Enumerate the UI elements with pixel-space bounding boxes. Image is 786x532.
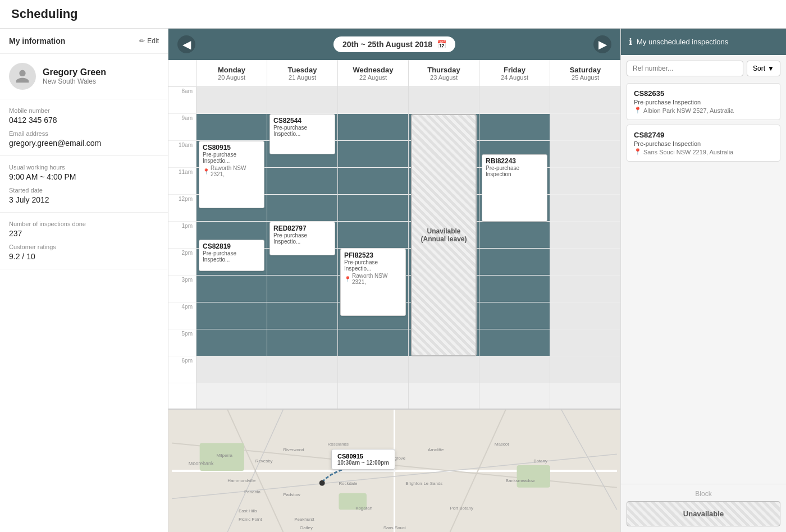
started-label: Started date	[9, 187, 159, 194]
event-location-pfi82523: 📍 Raworth NSW 2321,	[344, 273, 402, 285]
day-column-monday: CS80915 Pre-purchase Inspectio... 📍 Rawo…	[196, 87, 267, 409]
day-header-tuesday: Tuesday 21 August	[267, 60, 338, 86]
time-5pm: 5pm	[168, 329, 196, 356]
inspections-label: Number of inspections done	[9, 221, 159, 227]
day-column-tuesday: CS82544 Pre-purchase Inspectio... RED827…	[267, 87, 338, 409]
event-type-red82797: Pre-purchase Inspectio...	[273, 232, 331, 245]
map-tooltip-id: CS80915	[337, 453, 389, 460]
svg-text:East Hills: East Hills	[239, 508, 257, 513]
day-header-monday: Monday 20 August	[196, 60, 267, 86]
svg-text:Banksmeadow: Banksmeadow	[506, 478, 535, 483]
svg-text:Kogarah: Kogarah	[355, 506, 372, 511]
day-date-saturday: 25 August	[552, 74, 618, 81]
card-id-cs82749: CS82749	[634, 131, 773, 139]
avatar	[9, 63, 36, 90]
prev-week-button[interactable]: ◀	[177, 35, 195, 53]
inspections-value: 237	[9, 229, 159, 238]
days-grid: CS80915 Pre-purchase Inspectio... 📍 Rawo…	[196, 87, 620, 409]
location-icon-2: 📍	[344, 276, 351, 282]
hours-label: Usual working hours	[9, 164, 159, 171]
svg-text:Picnic Point: Picnic Point	[239, 517, 262, 522]
day-date-thursday: 23 August	[411, 74, 477, 81]
next-week-button[interactable]: ▶	[593, 35, 611, 53]
event-location-cs80915: 📍 Raworth NSW 2321,	[203, 165, 261, 177]
right-panel-search: Sort ▼	[621, 55, 786, 80]
sidebar: My information ✏ Edit Gregory Green New …	[0, 29, 168, 532]
email-label: Email address	[9, 130, 159, 137]
time-gutter-header	[168, 60, 196, 86]
event-cs82544[interactable]: CS82544 Pre-purchase Inspectio...	[269, 114, 335, 154]
hours-value: 9:00 AM ~ 4:00 PM	[9, 172, 159, 181]
day-name-monday: Monday	[199, 66, 264, 74]
day-column-saturday	[550, 87, 620, 409]
right-panel: ℹ My unscheduled inspections Sort ▼ CS82…	[620, 29, 786, 532]
hours-section: Usual working hours 9:00 AM ~ 4:00 PM St…	[0, 156, 168, 213]
started-value: 3 July 2012	[9, 195, 159, 204]
unscheduled-card-cs82749[interactable]: CS82749 Pre-purchase Inspection 📍 Sans S…	[627, 125, 780, 162]
calendar-area: ◀ 20th ~ 25th August 2018 📅 ▶ Monday 20 …	[168, 29, 620, 532]
time-11am: 11am	[168, 168, 196, 195]
day-column-wednesday: PFI82523 Pre-purchase Inspectio... 📍 Raw…	[338, 87, 409, 409]
event-id-cs80915: CS80915	[203, 144, 261, 152]
time-2pm: 2pm	[168, 249, 196, 276]
event-type-pfi82523: Pre-purchase Inspectio...	[344, 259, 402, 272]
card-location-cs82749: 📍 Sans Souci NSW 2219, Australia	[634, 148, 773, 155]
svg-text:Arncliffe: Arncliffe	[428, 447, 444, 452]
date-range-pill[interactable]: 20th ~ 25th August 2018 📅	[333, 36, 455, 52]
svg-text:Port Botany: Port Botany	[450, 506, 473, 511]
card-location-cs82635: 📍 Albion Park NSW 2527, Australia	[634, 107, 773, 114]
unscheduled-list: CS82635 Pre-purchase Inspection 📍 Albion…	[621, 80, 786, 484]
ref-input[interactable]	[627, 61, 743, 76]
sort-button[interactable]: Sort ▼	[747, 61, 780, 76]
svg-text:Mascot: Mascot	[495, 442, 509, 447]
time-8am: 8am	[168, 87, 196, 114]
event-rbi82243[interactable]: RBI82243 Pre-purchase Inspection	[482, 154, 547, 222]
event-type-cs80915: Pre-purchase Inspectio...	[203, 152, 261, 164]
right-panel-title: My unscheduled inspections	[637, 38, 728, 46]
map-section: Moorebank Milperra Revesby Riverwood Ros…	[168, 409, 620, 532]
card-id-cs82635: CS82635	[634, 89, 773, 98]
svg-text:Hammondville: Hammondville	[227, 478, 256, 483]
event-id-pfi82523: PFI82523	[344, 251, 402, 259]
svg-text:Padstow: Padstow	[283, 492, 300, 497]
event-id-rbi82243: RBI82243	[486, 157, 543, 165]
svg-text:Milperra: Milperra	[216, 453, 232, 458]
day-date-wednesday: 22 August	[340, 74, 406, 81]
event-id-cs82544: CS82544	[273, 117, 331, 125]
app-title: Scheduling	[11, 7, 78, 21]
event-type-rbi82243: Pre-purchase Inspection	[486, 165, 543, 177]
block-label: Block	[627, 490, 780, 498]
info-icon: ℹ	[629, 36, 632, 47]
svg-text:Oatley: Oatley	[300, 525, 313, 530]
map-tooltip-time: 10:30am ~ 12:00pm	[337, 460, 389, 466]
date-range-text: 20th ~ 25th August 2018	[342, 40, 432, 49]
event-pfi82523[interactable]: PFI82523 Pre-purchase Inspectio... 📍 Raw…	[340, 249, 406, 316]
event-cs82819[interactable]: CS82819 Pre-purchase Inspectio...	[199, 240, 264, 271]
location-icon-card2: 📍	[634, 148, 642, 155]
right-panel-footer: Block Unavailable	[621, 484, 786, 532]
calendar-icon: 📅	[437, 40, 446, 49]
unavailable-button[interactable]: Unavailable	[627, 501, 780, 526]
time-6pm: 6pm	[168, 356, 196, 383]
ratings-label: Customer ratings	[9, 244, 159, 250]
svg-text:Roselands: Roselands	[328, 442, 349, 447]
time-1pm: 1pm	[168, 222, 196, 249]
day-name-saturday: Saturday	[552, 66, 618, 74]
svg-text:Sans Souci: Sans Souci	[383, 525, 406, 530]
unscheduled-card-cs82635[interactable]: CS82635 Pre-purchase Inspection 📍 Albion…	[627, 83, 780, 120]
svg-text:Revesby: Revesby	[255, 458, 273, 464]
event-cs80915[interactable]: CS80915 Pre-purchase Inspectio... 📍 Rawo…	[199, 141, 264, 208]
profile-location: New South Wales	[43, 77, 106, 85]
location-icon-card1: 📍	[634, 107, 642, 114]
event-red82797[interactable]: RED82797 Pre-purchase Inspectio...	[269, 222, 335, 255]
day-name-tuesday: Tuesday	[269, 66, 335, 74]
edit-button[interactable]: ✏ Edit	[139, 37, 159, 45]
svg-text:Riverwood: Riverwood	[283, 447, 304, 452]
day-header-friday: Friday 24 August	[479, 60, 550, 86]
location-icon: 📍	[203, 168, 209, 175]
day-date-friday: 24 August	[482, 74, 547, 81]
svg-point-34	[319, 480, 325, 486]
email-value: gregory.green@email.com	[9, 139, 159, 148]
event-type-cs82544: Pre-purchase Inspectio...	[273, 125, 331, 137]
profile-name: Gregory Green	[43, 67, 106, 77]
